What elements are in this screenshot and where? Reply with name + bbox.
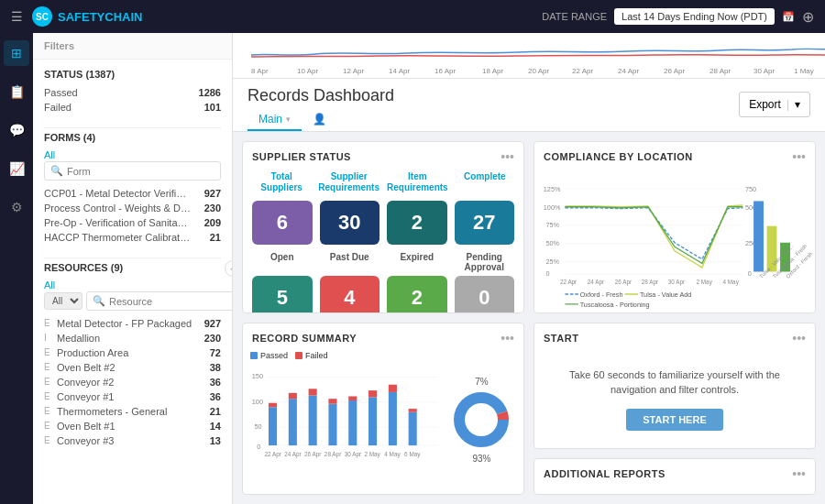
forms-search-input[interactable] (67, 166, 214, 177)
resource-type-select[interactable]: All (44, 292, 82, 310)
start-card: START ••• Take 60 seconds to familiarize… (534, 323, 816, 449)
svg-text:22 Apr: 22 Apr (560, 279, 577, 286)
svg-text:125%: 125% (544, 185, 561, 193)
svg-text:30 Apr: 30 Apr (668, 279, 685, 286)
pie-chart-area: 7% 93% (447, 351, 516, 488)
record-summary-menu[interactable]: ••• (500, 331, 514, 345)
resource-prefix-5: E (44, 391, 57, 402)
supplier-status-menu[interactable]: ••• (500, 149, 514, 164)
svg-rect-66 (309, 396, 317, 446)
status-failed-row: Failed 101 (44, 100, 221, 115)
icon-bar-settings[interactable]: ⚙ (4, 194, 29, 220)
supplier-top-values: 6 30 2 27 (252, 201, 514, 245)
resource-prefix-8: E (44, 435, 57, 446)
tab-main[interactable]: Main ▾ (248, 109, 302, 131)
compliance-menu[interactable]: ••• (792, 149, 806, 164)
svg-text:4 May: 4 May (723, 279, 740, 286)
person-icon: 👤 (313, 113, 326, 126)
supplier-status-body: Total Suppliers Supplier Requirements It… (243, 168, 523, 312)
tab-person[interactable]: 👤 (302, 109, 337, 131)
hamburger-menu[interactable]: ☰ (11, 9, 23, 24)
svg-text:26 Apr: 26 Apr (615, 279, 632, 286)
resource-controls: All 🔍 (44, 291, 221, 311)
svg-text:30 Apr: 30 Apr (754, 67, 775, 75)
resources-all-link[interactable]: All (44, 279, 55, 290)
supplier-bottom-values: 5 4 2 0 (252, 276, 514, 312)
sparkline-area: 8 Apr 10 Apr 12 Apr 14 Apr 16 Apr 18 Apr… (233, 33, 825, 79)
additional-reports-title: ADDITIONAL REPORTS (544, 468, 666, 479)
icon-bar-home[interactable]: ⊞ (4, 40, 29, 66)
calendar-icon[interactable]: 📅 (782, 11, 795, 23)
resource-name-4: Conveyor #2 (57, 377, 193, 388)
icon-bar-records[interactable]: 📋 (4, 79, 29, 104)
additional-reports-header: ADDITIONAL REPORTS ••• (534, 459, 815, 485)
svg-rect-64 (289, 399, 297, 445)
supplier-expired-val: 2 (387, 276, 447, 312)
status-title: STATUS (1387) (44, 69, 221, 80)
resource-name-6: Thermometers - General (57, 406, 193, 417)
additional-reports-menu[interactable]: ••• (792, 466, 806, 481)
supplier-pastdue-label: Past Due (320, 252, 380, 272)
svg-text:100%: 100% (544, 203, 561, 212)
supplier-complete: 27 (455, 201, 515, 245)
resource-name-2: Production Area (57, 347, 193, 358)
supplier-pending-label: Pending Approval (455, 252, 515, 272)
resources-title: RESOURCES (9) (44, 262, 221, 273)
resource-item-4: E Conveyor #2 36 (44, 375, 221, 389)
legend-failed: Failed (295, 351, 328, 360)
svg-text:100: 100 (252, 398, 263, 406)
svg-text:22 Apr: 22 Apr (264, 451, 281, 458)
filters-body: STATUS (1387) Passed 1286 Failed 101 FOR… (33, 60, 232, 504)
svg-text:20 Apr: 20 Apr (528, 67, 549, 75)
svg-rect-76 (409, 412, 417, 445)
svg-point-86 (459, 398, 503, 442)
forms-search-icon: 🔍 (50, 165, 63, 177)
forms-all-link[interactable]: All (44, 149, 55, 160)
icon-bar-analytics[interactable]: 📈 (4, 156, 29, 181)
svg-text:6 May: 6 May (404, 451, 421, 458)
svg-text:4 May: 4 May (384, 451, 401, 458)
svg-text:75%: 75% (546, 221, 560, 229)
supplier-col-2: Item Requirements (387, 171, 448, 193)
svg-rect-69 (328, 399, 336, 403)
start-here-button[interactable]: START HERE (626, 409, 722, 431)
svg-rect-74 (389, 392, 397, 445)
status-failed-label: Failed (44, 102, 72, 113)
filters-sidebar: Filters STATUS (1387) Passed 1286 Failed… (33, 33, 233, 504)
svg-rect-62 (269, 407, 277, 445)
resource-item-5: E Conveyor #1 36 (44, 389, 221, 404)
forms-section: FORMS (4) All 🔍 CCP01 - Metal Detector V… (44, 132, 221, 245)
resource-item-1: I Medallion 230 (44, 331, 221, 345)
compliance-chart-svg: 125% 100% 75% 50% 25% 0 750 500 250 0 (542, 170, 808, 312)
record-summary-header: RECORD SUMMARY ••• (243, 323, 523, 349)
resource-item-6: E Thermometers - General 21 (44, 404, 221, 419)
icon-bar-chat[interactable]: 💬 (4, 117, 29, 143)
form-count-2: 209 (193, 217, 221, 228)
svg-text:750: 750 (745, 185, 756, 193)
resource-item-2: E Production Area 72 (44, 345, 221, 360)
resource-search-input[interactable] (109, 296, 232, 307)
supplier-expired-label: Expired (387, 252, 447, 272)
resource-item-8: E Conveyor #3 13 (44, 433, 221, 448)
status-passed-count: 1286 (199, 87, 221, 98)
resource-count-5: 36 (193, 391, 221, 402)
filters-header: Filters (33, 33, 232, 60)
svg-text:28 Apr: 28 Apr (324, 451, 342, 458)
forms-search-box[interactable]: 🔍 (44, 161, 221, 181)
resource-count-0: 927 (193, 318, 221, 329)
resource-search-box[interactable]: 🔍 (86, 291, 232, 311)
svg-rect-72 (368, 397, 377, 445)
supplier-open-label: Open (252, 252, 313, 272)
svg-text:26 Apr: 26 Apr (304, 451, 322, 458)
supplier-open-val: 5 (252, 276, 313, 312)
date-range-value[interactable]: Last 14 Days Ending Now (PDT) (614, 8, 775, 25)
svg-text:0: 0 (748, 269, 752, 278)
export-label: Export (749, 98, 781, 111)
add-icon[interactable]: ⊕ (802, 8, 814, 26)
svg-text:24 Apr: 24 Apr (284, 451, 302, 458)
start-title: START (544, 333, 578, 344)
export-button[interactable]: Export | ▾ (739, 92, 810, 117)
start-menu[interactable]: ••• (792, 331, 806, 345)
svg-text:26 Apr: 26 Apr (664, 67, 685, 75)
svg-text:24 Apr: 24 Apr (618, 67, 639, 75)
